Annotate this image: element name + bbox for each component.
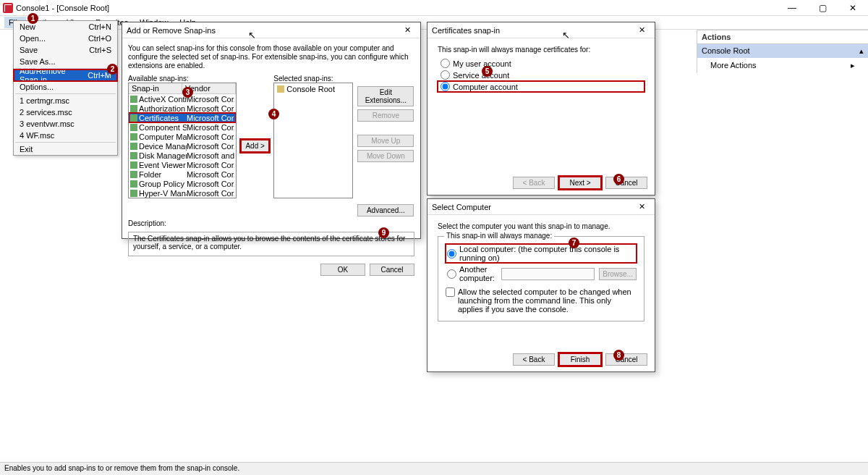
snapin-icon (130, 124, 137, 131)
titlebar: Console1 - [Console Root] — ▢ ✕ (0, 0, 868, 16)
file-exit[interactable]: Exit (14, 143, 117, 155)
separator (15, 93, 116, 94)
list-item: Group Policy Object ...Microsoft Cor... (129, 179, 236, 188)
move-up-button[interactable]: Move Up (357, 135, 414, 147)
file-recent-3[interactable]: 3 eventvwr.msc (14, 118, 117, 130)
another-computer-input[interactable] (501, 268, 595, 280)
description-label: Description: (128, 219, 414, 227)
window-title: Console1 - [Console Root] (16, 4, 109, 12)
actions-pane: Actions Console Root▴ More Actions▸ (697, 30, 868, 73)
certificates-snapin-dialog: Certificates snap-in ✕ This snap-in will… (427, 22, 655, 196)
selected-snapins-list[interactable]: Console Root (273, 83, 353, 198)
snapin-icon (130, 96, 137, 103)
list-item: Disk ManagementMicrosoft and... (129, 151, 236, 160)
file-add-remove-snapin[interactable]: Add/Remove Snap-in...Ctrl+M (14, 70, 117, 81)
list-item: FolderMicrosoft Cor... (129, 169, 236, 179)
snapin-icon (130, 190, 137, 197)
mmc-icon (3, 3, 13, 13)
close-icon[interactable]: ✕ (633, 25, 650, 35)
cancel-button[interactable]: Cancel (605, 177, 647, 189)
radio-another-computer[interactable]: Another computer: (446, 264, 497, 283)
add-remove-snapins-dialog: Add or Remove Snap-ins ✕ You can select … (122, 22, 421, 239)
selected-label: Selected snap-ins: (273, 75, 353, 83)
file-save[interactable]: SaveCtrl+S (14, 44, 117, 56)
allow-change-checkbox[interactable]: Allow the selected computer to be change… (446, 287, 637, 314)
snapin-icon (130, 133, 137, 140)
list-item-certificates[interactable]: CertificatesMicrosoft Cor... (129, 113, 236, 122)
file-open[interactable]: Open...Ctrl+O (14, 33, 117, 44)
close-icon[interactable]: ✕ (399, 25, 416, 35)
back-button[interactable]: < Back (513, 353, 555, 366)
list-item: Event ViewerMicrosoft Cor... (129, 160, 236, 169)
list-item: IP Security MonitorMicrosoft Cor... (129, 198, 236, 198)
list-item: Component ServicesMicrosoft Cor... (129, 122, 236, 132)
ok-button[interactable]: OK (320, 264, 365, 276)
actions-root[interactable]: Console Root▴ (697, 44, 868, 58)
radio-my-user[interactable]: My user account (438, 58, 644, 69)
file-saveas[interactable]: Save As... (14, 56, 117, 67)
list-item: ActiveX ControlMicrosoft Cor... (129, 94, 236, 104)
list-item: Hyper-V ManagerMicrosoft Cor... (129, 188, 236, 198)
browse-button[interactable]: Browse... (599, 268, 637, 280)
finish-button[interactable]: Finish (559, 353, 601, 366)
snapin-icon (130, 161, 137, 169)
snapin-icon (130, 105, 137, 112)
minimize-button[interactable]: — (777, 0, 807, 16)
callout-5: 5 (482, 66, 493, 77)
folder-icon (277, 85, 284, 93)
dialog-titlebar: Certificates snap-in ✕ (427, 22, 655, 38)
actions-more[interactable]: More Actions▸ (697, 58, 868, 73)
cancel-button[interactable]: Cancel (370, 264, 414, 276)
list-item: Device ManagerMicrosoft Cor... (129, 141, 236, 151)
move-down-button[interactable]: Move Down (357, 150, 414, 162)
chevron-right-icon: ▸ (851, 61, 855, 70)
cancel-button[interactable]: Cancel (605, 353, 647, 366)
radio-service[interactable]: Service account (438, 70, 644, 80)
snapin-icon (130, 114, 137, 122)
file-recent-4[interactable]: 4 WF.msc (14, 130, 117, 141)
window-controls: — ▢ ✕ (777, 0, 868, 16)
dialog-title: Select Computer (432, 203, 491, 211)
dialog-title: Certificates snap-in (432, 26, 500, 35)
list-item: Console Root (274, 83, 352, 95)
advanced-button[interactable]: Advanced... (357, 204, 414, 217)
snapin-icon (130, 180, 137, 188)
select-computer-dialog: Select Computer ✕ Select the computer yo… (427, 198, 655, 372)
callout-2: 2 (107, 64, 118, 75)
available-label: Available snap-ins: (128, 75, 237, 83)
callout-8: 8 (613, 350, 624, 361)
callout-4: 4 (268, 109, 279, 119)
dialog-titlebar: Add or Remove Snap-ins ✕ (122, 22, 420, 38)
edit-extensions-button[interactable]: Edit Extensions... (357, 86, 414, 106)
statusbar: Enables you to add snap-ins to or remove… (0, 462, 868, 475)
callout-6: 6 (613, 174, 624, 185)
radio-computer-account[interactable]: Computer account (438, 81, 644, 92)
list-item: Authorization ManagerMicrosoft Cor... (129, 104, 236, 113)
close-icon[interactable]: ✕ (633, 202, 650, 211)
file-recent-1[interactable]: 1 certmgr.msc (14, 95, 117, 106)
back-button[interactable]: < Back (513, 177, 555, 189)
radio-local-computer[interactable]: Local computer: (the computer this conso… (446, 244, 637, 263)
next-button[interactable]: Next > (559, 177, 601, 189)
callout-7: 7 (569, 238, 579, 248)
intro-text: Select the computer you want this snap-i… (438, 222, 644, 230)
actions-header: Actions (697, 30, 868, 44)
callout-9: 9 (378, 227, 389, 238)
collapse-icon: ▴ (859, 46, 864, 56)
remove-button[interactable]: Remove (357, 109, 414, 122)
file-recent-2[interactable]: 2 services.msc (14, 106, 117, 118)
add-button[interactable]: Add > (241, 140, 269, 152)
available-snapins-list[interactable]: Snap-inVendor ActiveX ControlMicrosoft C… (128, 83, 237, 198)
dialog-titlebar: Select Computer ✕ (427, 199, 655, 215)
callout-3: 3 (182, 87, 193, 98)
maximize-button[interactable]: ▢ (807, 0, 838, 16)
group-label: This snap-in will always manage: (444, 232, 554, 240)
manage-group: This snap-in will always manage: Local c… (438, 236, 644, 321)
close-button[interactable]: ✕ (838, 0, 868, 16)
intro-text: You can select snap-ins for this console… (128, 44, 414, 70)
separator (15, 142, 116, 143)
snapin-icon (130, 152, 137, 159)
snapin-icon (130, 171, 137, 178)
list-item: Computer Managem...Microsoft Cor... (129, 132, 236, 141)
intro-text: This snap-in will always manage certific… (438, 46, 644, 54)
